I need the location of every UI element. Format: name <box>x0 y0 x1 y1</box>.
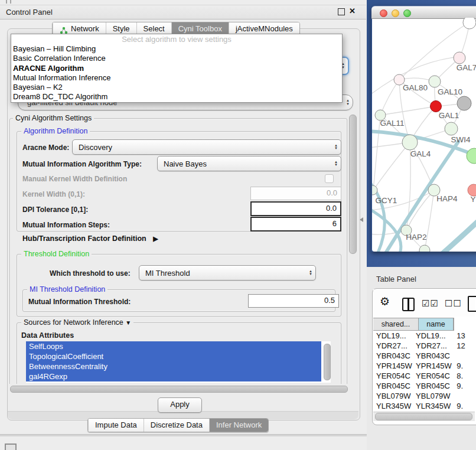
dropdown-item[interactable]: Basic Correlation Inference <box>11 54 342 63</box>
cell-name: YDL19... <box>414 331 454 341</box>
columns-icon[interactable] <box>402 298 415 311</box>
algorithm-dropdown: Select algorithm to view settings Bayesi… <box>11 34 343 103</box>
network-node-label: GAL4 <box>410 149 431 158</box>
network-canvas[interactable]: GAL7GAL80GAL10GAL1GAL11SWI4GAL4GCY1HAP4Y… <box>372 18 476 252</box>
cell-shared-name: YPR145W <box>373 361 414 371</box>
network-node[interactable] <box>454 52 465 64</box>
attribute-item[interactable]: BetweennessCentrality <box>26 361 321 371</box>
stepper-icon: ▲▼ <box>331 156 341 171</box>
mi-threshold-field[interactable]: 0.5 <box>248 294 339 308</box>
network-node[interactable] <box>431 101 442 112</box>
close-window-icon[interactable] <box>380 9 387 17</box>
table-row[interactable]: YLR345W YLR345W 9. <box>373 401 476 411</box>
dropdown-item[interactable]: Mutual Information Inference <box>11 73 342 83</box>
network-edge[interactable] <box>380 80 399 115</box>
dropdown-item[interactable]: Bayesian – K2 <box>11 83 342 92</box>
which-threshold-value: MI Threshold <box>145 269 190 278</box>
network-node-label: GAL7 <box>457 63 476 72</box>
cell-name: YBR043C <box>414 351 454 361</box>
network-edge[interactable] <box>373 142 410 190</box>
stepper-icon: ▲▼ <box>306 266 315 280</box>
table-hscrollbar-thumb[interactable] <box>375 413 472 420</box>
gear-icon[interactable]: ⚙ <box>380 295 390 308</box>
table-row[interactable]: YER054C YER054C 8. <box>373 371 476 381</box>
network-node[interactable] <box>445 122 458 135</box>
network-node[interactable] <box>419 245 430 252</box>
aracne-mode-value: Discovery <box>79 143 112 152</box>
network-node-label: GCY1 <box>376 196 397 205</box>
cell-name: YPR145W <box>414 361 454 371</box>
table-row[interactable]: YDL19... YDL19... 13 <box>373 331 476 341</box>
column-header[interactable]: name <box>419 318 454 331</box>
tab[interactable]: Impute Data <box>88 419 144 432</box>
table-row[interactable]: YBR045C YBR045C 9. <box>373 381 476 391</box>
dropdown-item[interactable]: Dream8 DC_TDC Algorithm <box>11 92 342 102</box>
network-node[interactable] <box>402 135 418 150</box>
new-table-icon[interactable] <box>468 296 476 312</box>
attribute-item-label: SelfLoops <box>29 342 63 351</box>
kernel-width-field[interactable]: 0.0 <box>250 187 341 200</box>
network-node[interactable] <box>457 96 471 110</box>
network-node[interactable] <box>468 184 476 196</box>
mi-steps-field[interactable]: 6 <box>250 217 341 231</box>
select-all-icon[interactable]: ☑☑ <box>422 298 439 309</box>
network-edge[interactable] <box>373 115 380 190</box>
settings-vertical-scrollbar-thumb[interactable] <box>349 115 357 254</box>
cell-shared-name: YBR043C <box>373 351 414 361</box>
data-attributes-list[interactable]: SelfLoops TopologicalCoefficient Between… <box>26 341 331 383</box>
minimized-panel-icon[interactable] <box>5 444 17 450</box>
attribute-item[interactable]: gal4RGexp <box>26 371 321 381</box>
attribute-item[interactable]: TopologicalCoefficient <box>26 351 321 361</box>
column-header[interactable]: shared... <box>373 318 419 331</box>
threshold-definition-title: Threshold Definition <box>21 250 92 258</box>
panel-splitter-icon[interactable] <box>360 217 363 222</box>
sources-expander[interactable]: Sources for Network Inference ▼ <box>21 318 133 327</box>
table-panel-title: Table Panel <box>376 275 416 283</box>
mi-algorithm-type-select[interactable]: Naive Bayes ▲▼ <box>157 156 341 171</box>
attributes-scrollbar-thumb[interactable] <box>324 344 331 380</box>
manual-kernel-checkbox[interactable] <box>325 174 334 183</box>
column-header-label: shared... <box>382 320 410 328</box>
settings-horizontal-scrollbar-thumb[interactable] <box>10 386 348 393</box>
data-attributes-label: Data Attributes <box>21 331 74 340</box>
column-header[interactable] <box>454 318 454 331</box>
table-row[interactable]: YPR145W YPR145W 9. <box>373 361 476 371</box>
tab[interactable]: Discretize Data <box>144 419 209 432</box>
network-edge[interactable] <box>372 207 401 252</box>
zoom-window-icon[interactable] <box>403 9 411 17</box>
hub-definition-expander[interactable]: Hub/Transcription Factor Definition ▶ <box>22 234 158 243</box>
aracne-mode-select[interactable]: Discovery ▲▼ <box>72 139 341 155</box>
network-graph-icon <box>60 25 68 33</box>
tab[interactable]: Infer Network <box>209 419 268 432</box>
deselect-all-icon[interactable]: ☐☐ <box>445 298 462 309</box>
dpi-tolerance-field[interactable]: 0.0 <box>250 201 341 216</box>
column-header-label: name <box>426 320 445 328</box>
cell-shared-name: YLR345W <box>373 401 414 411</box>
network-edge[interactable] <box>439 222 476 252</box>
cell-shared-name: YDR27... <box>373 341 414 351</box>
network-node[interactable] <box>463 18 476 29</box>
dpi-tolerance-label: DPI Tolerance [0,1]: <box>22 206 88 214</box>
attribute-item[interactable]: SelfLoops <box>26 341 321 351</box>
network-window-titlebar[interactable] <box>371 6 476 19</box>
dropdown-item[interactable]: ARACNE Algorithm <box>11 64 342 73</box>
table-row[interactable]: YBR043C YBR043C <box>373 351 476 361</box>
cell-value: 9. <box>454 401 476 411</box>
cell-shared-name: YDL19... <box>373 331 414 341</box>
manual-kernel-label: Manual Kernel Width Definition <box>22 175 127 183</box>
network-node-label: Y <box>470 195 475 204</box>
expander-down-icon: ▼ <box>125 319 131 326</box>
kernel-width-label: Kernel Width (0,1): <box>22 190 85 198</box>
float-panel-icon[interactable] <box>338 8 345 15</box>
close-panel-icon[interactable]: ✕ <box>349 6 356 15</box>
dropdown-item[interactable]: Bayesian – Hill Climbing <box>11 44 342 54</box>
dropdown-item-label: ARACNE Algorithm <box>13 64 84 73</box>
network-node-label: GAL80 <box>403 83 428 92</box>
table-row[interactable]: YDR27... YDR27... 12 <box>373 341 476 351</box>
minimize-window-icon[interactable] <box>392 9 399 17</box>
network-edge[interactable] <box>380 106 436 115</box>
network-node[interactable] <box>429 76 441 87</box>
table-row[interactable]: YBL079W YBL079W <box>373 391 476 401</box>
apply-button[interactable]: Apply <box>158 397 202 413</box>
which-threshold-select[interactable]: MI Threshold ▲▼ <box>139 265 316 281</box>
